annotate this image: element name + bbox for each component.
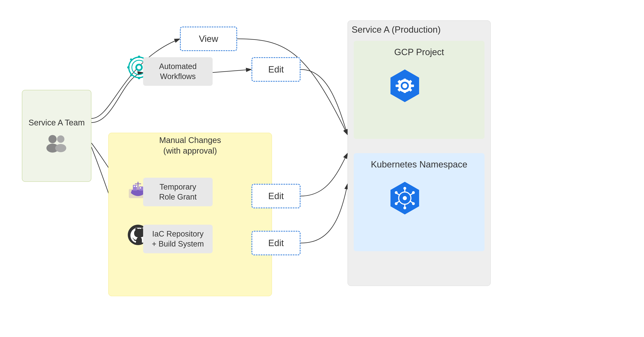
- service-team-box: Service A Team: [22, 90, 92, 182]
- svg-rect-21: [136, 186, 137, 187]
- svg-point-15: [130, 74, 132, 76]
- svg-rect-31: [396, 84, 398, 87]
- svg-point-51: [395, 202, 398, 205]
- svg-point-11: [127, 66, 130, 69]
- team-label: Service A Team: [28, 118, 85, 127]
- k8s-icon: [384, 180, 425, 221]
- svg-point-10: [138, 77, 140, 79]
- svg-rect-19: [139, 186, 143, 191]
- edit-box-2[interactable]: Edit: [252, 184, 300, 208]
- manual-changes-box: [108, 133, 272, 296]
- svg-point-47: [403, 187, 406, 190]
- svg-rect-32: [411, 84, 414, 87]
- svg-rect-29: [404, 79, 406, 81]
- svg-point-50: [412, 202, 415, 205]
- edit-box-1[interactable]: Edit: [252, 57, 300, 82]
- diagram-container: Service A Team Aut: [0, 0, 644, 337]
- k8s-icon-container: [384, 180, 425, 221]
- production-title: Service A (Production): [352, 24, 440, 35]
- edit-box-3[interactable]: Edit: [252, 231, 300, 255]
- edit-label-1: Edit: [268, 64, 284, 74]
- arrows-svg: [0, 0, 644, 337]
- svg-point-49: [395, 191, 398, 194]
- edit-label-3: Edit: [268, 238, 284, 248]
- svg-point-13: [130, 58, 132, 60]
- svg-rect-20: [134, 186, 135, 187]
- temp-role-grant-box: TemporaryRole Grant: [143, 178, 212, 206]
- view-label: View: [199, 34, 218, 44]
- gcp-icon: [384, 67, 425, 108]
- svg-point-48: [403, 207, 406, 209]
- svg-point-1: [48, 135, 57, 143]
- gcp-project-title: GCP Project: [354, 47, 484, 57]
- team-people-icon: [42, 133, 71, 154]
- svg-point-3: [57, 135, 64, 143]
- svg-point-40: [403, 196, 407, 200]
- automated-workflows-label: AutomatedWorkflows: [159, 61, 197, 82]
- svg-point-52: [412, 191, 415, 194]
- automated-workflows-box: AutomatedWorkflows: [143, 57, 212, 86]
- svg-point-4: [55, 144, 66, 152]
- iac-repo-label: IaC Repository+ Build System: [152, 229, 204, 249]
- iac-repo-box: IaC Repository+ Build System: [143, 225, 212, 253]
- temp-role-label: TemporaryRole Grant: [159, 182, 197, 202]
- svg-rect-30: [404, 90, 406, 93]
- svg-point-9: [138, 55, 140, 58]
- gcp-icon-container: [384, 67, 425, 108]
- edit-label-2: Edit: [268, 191, 284, 201]
- svg-rect-22: [140, 187, 141, 189]
- manual-changes-title: Manual Changes(with approval): [108, 135, 272, 156]
- svg-point-8: [137, 65, 141, 69]
- svg-point-37: [402, 83, 407, 88]
- k8s-namespace-title: Kubernetes Namespace: [354, 159, 484, 170]
- view-box: View: [180, 26, 237, 51]
